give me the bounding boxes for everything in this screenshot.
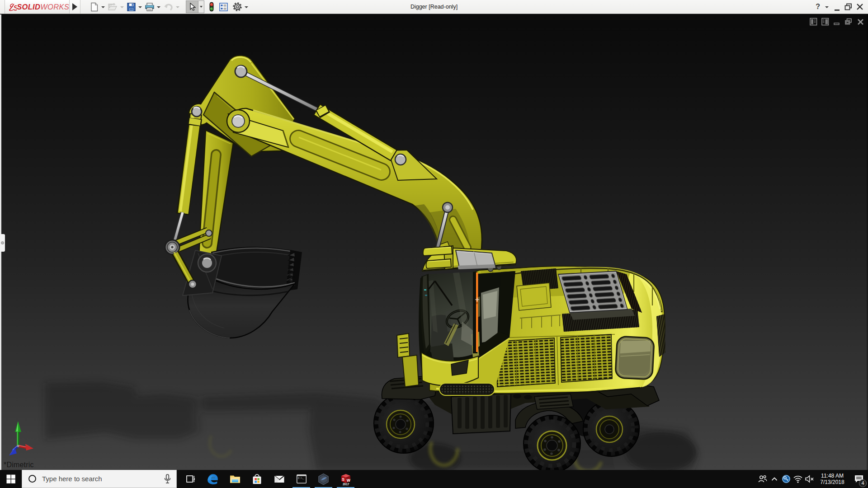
- system-tray: 11:48 AM 7/13/2018 4: [757, 470, 868, 488]
- graphics-viewport[interactable]: *Dimetric: [0, 14, 868, 470]
- document-window-controls: [810, 18, 864, 26]
- sw-letter-w: W: [346, 478, 350, 483]
- options-dropdown[interactable]: [245, 6, 248, 8]
- cortana-icon: [28, 475, 36, 483]
- selected-edge-highlight: [476, 272, 478, 352]
- clock-time: 11:48 AM: [817, 473, 847, 479]
- front-grille: [439, 383, 495, 395]
- people-icon[interactable]: [757, 470, 769, 488]
- select-cursor-icon: [189, 3, 196, 11]
- wifi-icon[interactable]: [792, 470, 804, 488]
- solidworks-2017-icon: S W 2017: [339, 472, 353, 486]
- notification-badge: 4: [859, 479, 867, 487]
- save-dropdown[interactable]: [138, 6, 142, 8]
- store-icon: [251, 474, 263, 485]
- minimize-doc-icon[interactable]: [833, 18, 840, 26]
- view-orientation-label: *Dimetric: [4, 461, 34, 469]
- taskbar-app-task-view[interactable]: [179, 470, 202, 488]
- restore-doc-icon[interactable]: [844, 18, 853, 26]
- sw-letter-s: S: [342, 477, 344, 482]
- taskbar-clock[interactable]: 11:48 AM 7/13/2018: [817, 473, 847, 485]
- taskbar-app-solidworks[interactable]: S W 2017: [335, 470, 357, 488]
- hidden-icons-chevron[interactable]: [769, 470, 780, 488]
- windows-taskbar: Type here to search: [0, 470, 868, 488]
- new-document-icon: [90, 2, 99, 12]
- microphone-icon[interactable]: [164, 474, 171, 484]
- security-key-icon[interactable]: [780, 470, 792, 488]
- help-button[interactable]: ?: [813, 3, 823, 11]
- sw-year: 2017: [343, 483, 349, 486]
- select-tool-button[interactable]: [186, 0, 204, 13]
- open-icon: [108, 2, 118, 12]
- mail-icon: [274, 473, 285, 485]
- excavator-model: [0, 14, 868, 470]
- title-bar: SOLIDWORKS Digger [Read-only]: [0, 0, 868, 14]
- print-dropdown[interactable]: [157, 6, 160, 8]
- featuremanager-collapsed-tab[interactable]: [0, 234, 5, 252]
- traffic-light-icon: [209, 2, 214, 12]
- new-document-dropdown[interactable]: [101, 6, 105, 8]
- save-icon: [127, 2, 136, 12]
- close-doc-icon[interactable]: [857, 18, 864, 26]
- save-button[interactable]: [127, 0, 136, 14]
- options-button[interactable]: [232, 0, 242, 14]
- minimize-button[interactable]: [834, 5, 840, 12]
- report-button[interactable]: [219, 0, 228, 14]
- solidworks-window: *Dimetric SOLIDWORKS Digger [Read-only]: [0, 0, 868, 488]
- open-dropdown[interactable]: [120, 6, 124, 8]
- windows-logo-icon: [6, 474, 15, 483]
- gear-icon: [232, 2, 242, 12]
- report-icon: [219, 2, 228, 12]
- taskbar-app-command-prompt[interactable]: C:\_: [290, 470, 312, 488]
- taskbar-app-mail[interactable]: [268, 470, 290, 488]
- restore-button[interactable]: [844, 3, 852, 10]
- command-prompt-icon: C:\_: [296, 473, 307, 485]
- rear-window: [615, 336, 655, 380]
- taskbar-app-composer[interactable]: [312, 470, 335, 488]
- print-icon: [145, 2, 155, 12]
- composer-icon: [317, 473, 330, 485]
- help-dropdown[interactable]: [825, 6, 829, 8]
- undo-dropdown[interactable]: [176, 6, 179, 8]
- print-button[interactable]: [145, 0, 155, 14]
- bucket: [174, 247, 302, 338]
- new-document-button[interactable]: [90, 0, 99, 14]
- taskbar-app-edge[interactable]: [202, 470, 224, 488]
- cmd-prompt-text: C:\_: [298, 477, 304, 480]
- orientation-triad: [9, 421, 33, 455]
- performance-evaluation-button[interactable]: [209, 0, 214, 14]
- taskbar-search[interactable]: Type here to search: [22, 470, 177, 488]
- search-placeholder: Type here to search: [42, 475, 102, 483]
- bucket-cylinder: [173, 114, 196, 246]
- show-pane-left-icon[interactable]: [810, 18, 817, 26]
- wheel-front-near: [524, 415, 580, 470]
- start-button[interactable]: [0, 470, 22, 488]
- vent-panel-right: [561, 334, 612, 382]
- wheel-front-far: [374, 394, 434, 453]
- task-view-icon: [185, 474, 196, 484]
- taskbar-app-file-explorer[interactable]: [224, 470, 246, 488]
- action-center-button[interactable]: 4: [850, 470, 868, 488]
- show-pane-right-icon[interactable]: [821, 18, 829, 26]
- volume-muted-icon[interactable]: [804, 470, 816, 488]
- file-explorer-icon: [229, 473, 241, 485]
- tab-grip-dot: [1, 241, 4, 244]
- edge-icon: [207, 473, 219, 485]
- close-button[interactable]: [856, 3, 863, 10]
- undo-button[interactable]: [163, 0, 174, 14]
- clock-date: 7/13/2018: [817, 479, 847, 485]
- undo-icon: [163, 2, 174, 12]
- select-tool-dropdown[interactable]: [198, 1, 204, 13]
- taskbar-app-store[interactable]: [246, 470, 268, 488]
- open-button[interactable]: [108, 0, 118, 14]
